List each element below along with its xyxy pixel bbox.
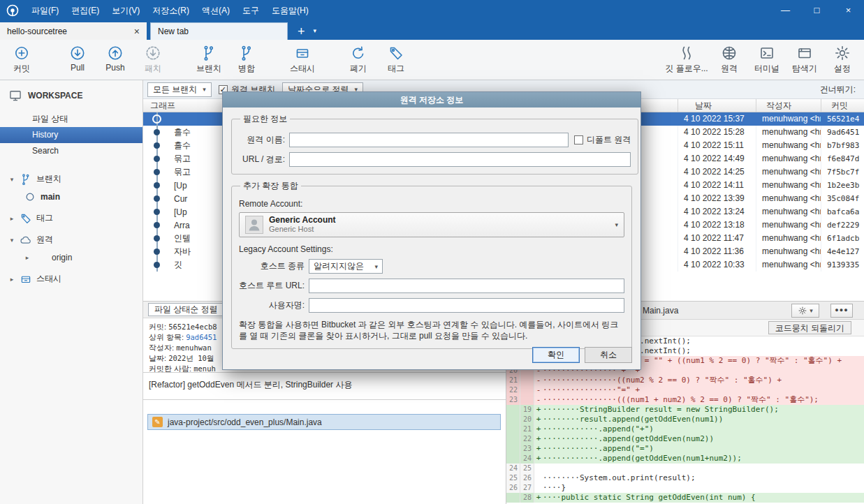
old-line-number: 23 <box>506 395 520 405</box>
toolbar-button[interactable]: 스태시 <box>284 45 321 75</box>
menu-item[interactable]: 편집(E) <box>65 0 105 21</box>
file-row[interactable]: java-project/src/odd_even_plus/Main.java <box>147 414 501 430</box>
remote-account-label: Remote Account: <box>239 199 624 209</box>
sidebar-nav-item[interactable]: History <box>0 127 142 143</box>
old-line-number <box>506 405 520 415</box>
sidebar-tree-item[interactable]: main <box>0 188 142 205</box>
sidebar-tree-item[interactable]: 브랜치 <box>0 170 142 188</box>
commit-author-cell: menuhwang <hm <box>756 165 821 179</box>
graph-dot-icon <box>154 262 160 268</box>
close-button[interactable]: × <box>833 0 864 21</box>
chevron-icon[interactable] <box>8 237 15 244</box>
main-toolbar: 커밋 Pull Push 패치 <box>0 40 864 80</box>
integration-legend: 추가 확장 통합 <box>240 180 301 192</box>
toolbar-button[interactable]: 브랜치 <box>190 45 228 75</box>
toolbar-button[interactable]: Pull <box>59 45 96 73</box>
gitflow-icon <box>678 45 695 61</box>
tab-list-caret-icon[interactable] <box>314 27 317 34</box>
commit-graph <box>143 152 171 165</box>
discard-icon <box>350 45 367 61</box>
commit-author-cell: menuhwang <hm <box>756 112 821 126</box>
commit-graph <box>143 232 171 245</box>
branch-filter-dropdown[interactable]: 모든 브랜치 <box>147 82 212 97</box>
menu-item[interactable]: 도움말(H) <box>265 0 315 21</box>
ok-button[interactable]: 확인 <box>532 347 580 363</box>
minimize-button[interactable]: — <box>770 0 801 21</box>
new-line-number <box>520 395 534 405</box>
modified-file-icon <box>152 417 163 427</box>
toolbar-button-label: 깃 플로우... <box>665 63 708 75</box>
sidebar-nav-item[interactable]: Search <box>0 143 142 159</box>
remote-name-input[interactable] <box>289 133 569 147</box>
username-input[interactable] <box>309 298 624 313</box>
graph-dot-icon <box>154 209 160 215</box>
diff-sign <box>534 464 543 473</box>
required-info-legend: 필요한 정보 <box>240 113 290 125</box>
toolbar-button[interactable]: 폐기 <box>339 45 377 75</box>
toolbar-button[interactable]: 커밋 <box>3 45 41 75</box>
toolbar-button[interactable]: 설정 <box>823 45 861 75</box>
commit-graph <box>143 126 171 139</box>
file-sort-dropdown[interactable]: 파일 상태순 정렬 <box>148 303 234 316</box>
sidebar-tree-item[interactable]: origin <box>0 249 142 266</box>
toolbar-button[interactable]: 탐색기 <box>786 45 823 75</box>
chevron-icon[interactable] <box>8 176 15 183</box>
menu-item[interactable]: 보기(V) <box>105 0 146 21</box>
remote-account-select[interactable]: Generic Account Generic Host <box>239 212 624 237</box>
old-line-number: 24 <box>506 464 520 473</box>
diff-code: ············.append(getOddEven(num2)) <box>543 434 864 444</box>
cancel-button[interactable]: 취소 <box>585 347 632 363</box>
diff-sign <box>534 405 543 415</box>
toolbar-button-label: 브랜치 <box>196 63 221 75</box>
new-line-number: 24 <box>520 454 534 464</box>
tab-label: hello-sourcetree <box>7 27 67 36</box>
commit-info-label: 커밋한 사람: <box>149 364 191 372</box>
sidebar-nav-item[interactable]: 파일 상태 <box>0 111 142 127</box>
toolbar-button[interactable]: 태그 <box>377 45 415 75</box>
chevron-icon[interactable] <box>8 276 15 283</box>
tab-repo[interactable]: hello-sourcetree <box>0 22 147 40</box>
diff-more-menu-button[interactable]: ●●● <box>830 304 853 318</box>
menu-item[interactable]: 파일(F) <box>25 0 65 21</box>
column-header-author[interactable]: 작성자 <box>756 99 821 112</box>
menu-item[interactable]: 액션(A) <box>196 0 236 21</box>
commit-author-cell: menuhwang <hm <box>756 205 821 218</box>
tab-new[interactable]: New tab <box>150 22 288 40</box>
column-header-commit[interactable]: 커밋 <box>821 99 864 112</box>
host-root-url-input[interactable] <box>309 279 624 293</box>
maximize-button[interactable]: □ <box>801 0 833 21</box>
sidebar-tree-item[interactable]: 태그 <box>0 209 142 227</box>
toolbar-button[interactable]: Push <box>96 45 134 73</box>
diff-options-dropdown[interactable] <box>791 304 819 318</box>
branch-filter-value: 모든 브랜치 <box>153 84 197 96</box>
commit-graph <box>143 112 171 126</box>
commit-message-box: [Refactor] getOddEven 메서드 분리, StringBuil… <box>143 372 506 400</box>
commit-date-cell: 4 10 2022 11:47 <box>678 232 756 245</box>
toolbar-button[interactable]: 터미널 <box>748 45 786 75</box>
sidebar-tree-item[interactable]: 스태시 <box>0 270 142 288</box>
chevron-down-icon <box>203 86 206 93</box>
window-controls: — □ × <box>770 0 864 21</box>
commit-date-cell: 4 10 2022 10:33 <box>678 258 756 272</box>
revert-hunk-button[interactable]: 코드뭉치 되돌리기 <box>768 321 851 334</box>
new-line-number <box>520 376 534 385</box>
sidebar-tree-item[interactable]: 원격 <box>0 231 142 249</box>
add-tab-button[interactable] <box>298 26 305 37</box>
commit-graph <box>143 165 171 179</box>
close-tab-icon[interactable] <box>134 27 140 36</box>
merge-icon <box>238 45 255 61</box>
default-remote-checkbox[interactable] <box>574 135 583 144</box>
host-type-select[interactable]: 알려지지않은 <box>309 259 383 274</box>
old-line-number <box>506 444 520 454</box>
menu-item[interactable]: 도구 <box>236 0 265 21</box>
url-path-input[interactable] <box>289 152 631 167</box>
toolbar-button[interactable]: 병합 <box>228 45 265 75</box>
menu-item[interactable]: 저장소(R) <box>146 0 196 21</box>
chevron-icon[interactable] <box>8 215 15 222</box>
toolbar-button[interactable]: 패치 <box>134 45 172 75</box>
chevron-icon[interactable] <box>24 254 31 261</box>
toolbar-button[interactable]: 원격 <box>710 45 748 75</box>
old-line-number: 25 <box>506 473 520 483</box>
column-header-date[interactable]: 날짜 <box>678 99 756 112</box>
toolbar-button[interactable]: 깃 플로우... <box>663 45 710 75</box>
